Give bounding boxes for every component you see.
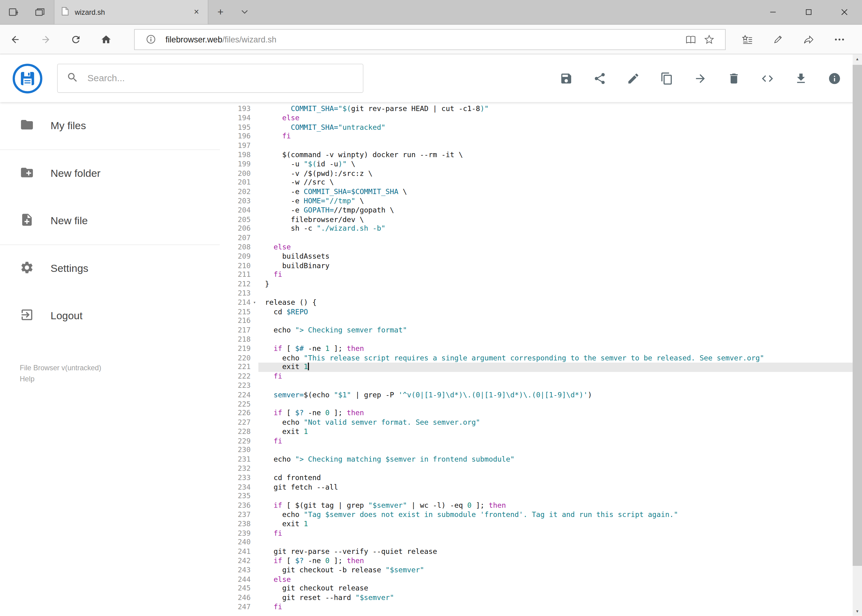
tab-close-button[interactable]: × [192, 8, 201, 17]
code-line[interactable]: 201 -w //src \ [220, 178, 862, 187]
help-link[interactable]: Help [20, 374, 220, 385]
code-line[interactable]: 240 [220, 538, 862, 547]
code-line[interactable]: 222 fi [220, 372, 862, 381]
code-editor[interactable]: 193 COMMIT_SHA="$(git rev-parse HEAD | c… [220, 102, 862, 616]
forward-icon[interactable] [30, 24, 60, 54]
code-line[interactable]: 214▾release () { [220, 298, 862, 308]
web-note-pen-icon[interactable] [766, 24, 790, 54]
code-line[interactable]: 229 fi [220, 437, 862, 446]
code-line[interactable]: 225 [220, 400, 862, 409]
more-icon[interactable] [828, 24, 851, 54]
search-box[interactable] [57, 64, 364, 93]
code-line[interactable]: 233 cd frontend [220, 474, 862, 483]
fold-arrow-icon[interactable]: ▾ [251, 298, 258, 308]
address-bar[interactable]: filebrowser.web/files/wizard.sh [134, 29, 726, 50]
code-line[interactable]: 227 echo "Not valid semver format. See s… [220, 418, 862, 427]
code-line[interactable]: 211 fi [220, 270, 862, 280]
code-line[interactable]: 195 COMMIT_SHA="untracked" [220, 123, 862, 132]
code-line[interactable]: 203 -e HOME="//tmp" \ [220, 196, 862, 206]
copy-icon[interactable] [660, 72, 673, 85]
code-line[interactable]: 242 if [ $? -ne 0 ]; then [220, 557, 862, 566]
share-icon[interactable] [593, 72, 606, 85]
maximize-button[interactable] [791, 0, 826, 24]
code-line[interactable]: 198 $(command -v winpty) docker run --rm… [220, 150, 862, 160]
tab-preview-chevron-icon[interactable] [233, 0, 257, 24]
favorite-star-icon[interactable] [700, 30, 719, 49]
code-line[interactable]: 245 git checkout release [220, 584, 862, 594]
code-line[interactable]: 213 [220, 289, 862, 298]
code-line[interactable]: 194 else [220, 113, 862, 123]
code-line[interactable]: 241 git rev-parse --verify --quiet relea… [220, 547, 862, 557]
code-line[interactable]: 221 exit 1 [220, 363, 862, 372]
sidebar-item-label: New folder [50, 168, 100, 179]
code-line[interactable]: 238 exit 1 [220, 520, 862, 529]
code-line[interactable]: 219 if [ $# -ne 1 ]; then [220, 344, 862, 354]
sidebar-item-settings[interactable]: Settings [0, 245, 220, 292]
code-line[interactable]: 216 [220, 317, 862, 326]
code-line[interactable]: 239 fi [220, 529, 862, 538]
code-line[interactable]: 208 else [220, 243, 862, 252]
edit-icon[interactable] [627, 72, 640, 85]
code-line[interactable]: 237 echo "Tag $semver does not exist in … [220, 511, 862, 520]
code-line[interactable]: 247 fi [220, 603, 862, 612]
code-icon[interactable] [761, 72, 774, 85]
new-tab-button[interactable]: + [208, 0, 233, 24]
share-icon[interactable] [797, 24, 820, 54]
hub-icon[interactable] [736, 24, 759, 54]
download-icon[interactable] [794, 72, 807, 85]
code-line[interactable]: 232 [220, 464, 862, 474]
code-line[interactable]: 204 -e GOPATH=//tmp/gopath \ [220, 206, 862, 215]
scrollbar-up-arrow[interactable]: ▲ [853, 55, 862, 64]
code-line[interactable]: 223 [220, 381, 862, 391]
search-input[interactable] [86, 72, 354, 84]
scrollbar-thumb[interactable] [853, 65, 862, 566]
code-line[interactable]: 230 [220, 446, 862, 455]
code-line[interactable]: 218 [220, 335, 862, 344]
code-line[interactable]: 231 echo "> Checking matching $semver in… [220, 455, 862, 464]
scrollbar-down-arrow[interactable]: ▼ [853, 607, 862, 616]
sidebar-item-logout[interactable]: Logout [0, 292, 220, 339]
code-line[interactable]: 243 git checkout -b release "$semver" [220, 566, 862, 575]
tab-preview-icon[interactable] [31, 3, 50, 22]
minimize-button[interactable] [755, 0, 791, 24]
code-line[interactable]: 224 semver=$(echo "$1" | grep -P '^v(0|[… [220, 391, 862, 400]
code-line[interactable]: 234 git fetch --all [220, 483, 862, 492]
code-line[interactable]: 205 filebrowser/dev \ [220, 215, 862, 224]
code-line[interactable]: 196 fi [220, 132, 862, 141]
back-icon[interactable] [0, 24, 30, 54]
sidebar-item-new-folder[interactable]: New folder [0, 150, 220, 198]
code-line[interactable]: 199 -u "$(id -u)" \ [220, 160, 862, 169]
code-line[interactable]: 215 cd $REPO [220, 308, 862, 317]
code-line[interactable]: 220 echo "This release script requires a… [220, 354, 862, 363]
sidebar-item-new-file[interactable]: New file [0, 197, 220, 245]
site-info-icon[interactable] [141, 30, 160, 49]
scrollbar[interactable]: ▲ ▼ [853, 55, 862, 616]
code-line[interactable]: 210 buildBinary [220, 261, 862, 270]
refresh-icon[interactable] [60, 24, 90, 54]
code-line[interactable]: 202 -e COMMIT_SHA=$COMMIT_SHA \ [220, 187, 862, 196]
close-button[interactable] [826, 0, 862, 24]
reading-view-icon[interactable] [681, 30, 700, 49]
browser-tab[interactable]: wizard.sh × [55, 0, 208, 24]
code-line[interactable]: 193 COMMIT_SHA="$(git rev-parse HEAD | c… [220, 104, 862, 113]
code-line[interactable]: 228 exit 1 [220, 427, 862, 437]
set-tabs-aside-icon[interactable] [4, 3, 23, 22]
move-icon[interactable] [694, 72, 707, 85]
sidebar-item-my-files[interactable]: My files [0, 102, 220, 149]
code-line[interactable]: 235 [220, 492, 862, 501]
save-icon[interactable] [560, 72, 573, 85]
code-line[interactable]: 206 sh -c "./wizard.sh -b" [220, 224, 862, 233]
code-line[interactable]: 246 git reset --hard "$semver" [220, 594, 862, 603]
code-line[interactable]: 207 [220, 233, 862, 243]
code-line[interactable]: 197 [220, 141, 862, 150]
code-line[interactable]: 200 -v /$(pwd):/src:z \ [220, 169, 862, 178]
code-line[interactable]: 236 if [ $(git tag | grep "$semver" | wc… [220, 501, 862, 511]
code-line[interactable]: 217 echo "> Checking semver format" [220, 326, 862, 335]
info-icon[interactable] [828, 72, 841, 85]
home-icon[interactable] [91, 24, 121, 54]
code-line[interactable]: 226 if [ $? -ne 0 ]; then [220, 409, 862, 418]
delete-icon[interactable] [727, 72, 741, 85]
code-line[interactable]: 244 else [220, 575, 862, 584]
code-line[interactable]: 209 buildAssets [220, 252, 862, 261]
code-line[interactable]: 212} [220, 280, 862, 289]
